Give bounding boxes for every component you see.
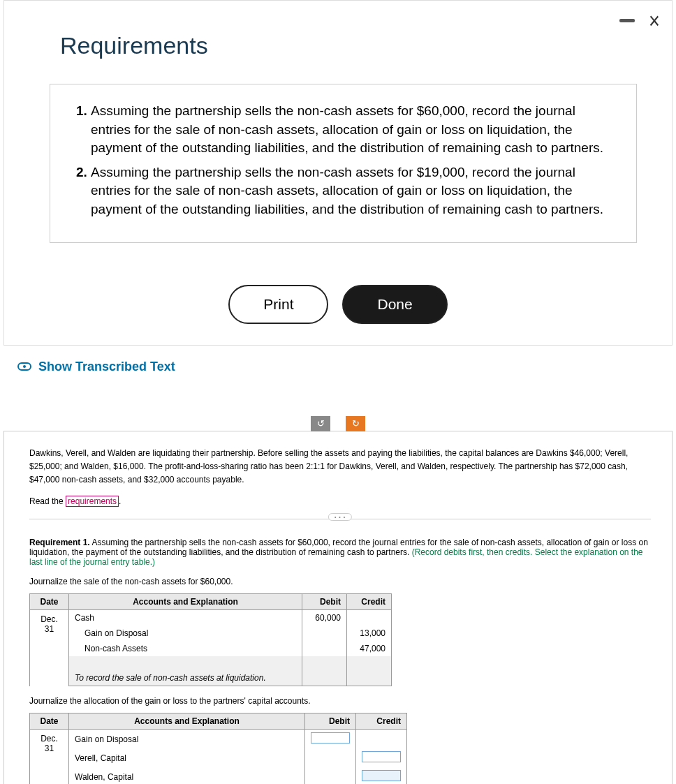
journal-prompt-1: Journalize the sale of the non-cash asse…	[29, 577, 651, 586]
read-requirements-line: Read the requirements.	[29, 496, 651, 506]
th-debit: Debit	[302, 594, 347, 610]
requirement-item-2: Assuming the partnership sells the non-c…	[91, 163, 615, 219]
t1-explain: To record the sale of non-cash assets at…	[69, 670, 302, 686]
t1-r3-acct: Non-cash Assets	[69, 641, 302, 656]
t1-r1-credit	[347, 610, 392, 626]
th-accounts-2: Accounts and Explanation	[69, 713, 305, 730]
th-credit-2: Credit	[356, 713, 407, 730]
t2-date: Dec. 31	[30, 730, 69, 784]
requirements-link[interactable]: requirements	[66, 496, 119, 507]
rotate-cw-tab[interactable]: ↻	[346, 416, 365, 431]
rotate-ccw-tab[interactable]: ↺	[311, 416, 330, 431]
th-date-2: Date	[30, 713, 69, 730]
done-button[interactable]: Done	[342, 285, 447, 324]
t2-r1-debit[interactable]	[305, 730, 356, 749]
th-credit: Credit	[347, 594, 392, 610]
rotate-ccw-icon: ↺	[317, 418, 325, 429]
th-debit-2: Debit	[305, 713, 356, 730]
requirements-modal: × Requirements Assuming the partnership …	[3, 0, 673, 346]
th-date: Date	[30, 594, 69, 610]
t2-r1-acct: Gain on Disposal	[69, 730, 305, 749]
t1-r2-acct: Gain on Disposal	[69, 626, 302, 641]
close-icon[interactable]: ×	[649, 15, 660, 27]
intro-text: Dawkins, Verell, and Walden are liquidat…	[29, 447, 651, 487]
journal-prompt-2: Journalize the allocation of the gain or…	[29, 696, 651, 706]
requirement-1-text: Requirement 1. Assuming the partnership …	[29, 538, 651, 567]
th-accounts: Accounts and Explanation	[69, 594, 302, 610]
t1-blank	[69, 656, 302, 670]
t2-r2-credit[interactable]	[356, 748, 407, 767]
requirement-item-1: Assuming the partnership sells the non-c…	[91, 102, 615, 158]
t1-r2-credit: 13,000	[347, 626, 392, 641]
t2-r2-acct: Verell, Capital	[69, 748, 305, 767]
journal-table-2: Date Accounts and Explanation Debit Cred…	[29, 713, 407, 784]
t2-r1-credit	[356, 730, 407, 749]
show-transcribed-toggle[interactable]: Show Transcribed Text	[17, 360, 676, 374]
t2-r3-acct: Walden, Capital	[69, 767, 305, 784]
show-transcribed-label: Show Transcribed Text	[38, 360, 175, 374]
modal-title: Requirements	[60, 32, 672, 59]
requirements-list-box: Assuming the partnership sells the non-c…	[50, 84, 637, 243]
t1-r3-credit: 47,000	[347, 641, 392, 656]
t1-r1-acct: Cash	[69, 610, 302, 626]
panel-tabs: ↺ ↻	[0, 416, 676, 431]
rotate-cw-icon: ↻	[352, 418, 360, 429]
t1-r3-debit	[302, 641, 347, 656]
section-divider	[29, 519, 651, 519]
eye-icon	[17, 362, 31, 371]
t1-r1-debit: 60,000	[302, 610, 347, 626]
t1-date: Dec. 31	[30, 610, 69, 686]
print-button[interactable]: Print	[228, 285, 328, 324]
t1-r2-debit	[302, 626, 347, 641]
minimize-icon[interactable]	[619, 19, 635, 22]
t2-r3-credit[interactable]	[356, 767, 407, 784]
question-panel: Dawkins, Verell, and Walden are liquidat…	[3, 431, 673, 784]
journal-table-1: Date Accounts and Explanation Debit Cred…	[29, 593, 392, 686]
